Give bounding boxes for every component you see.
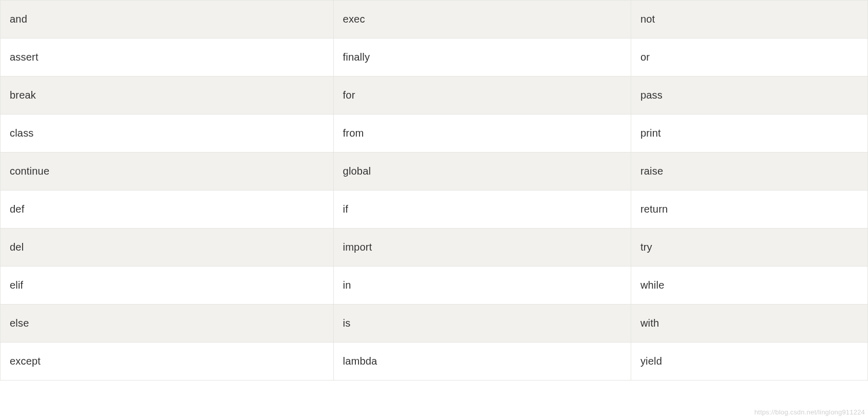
table-cell: return — [631, 191, 867, 229]
table-cell: try — [631, 229, 867, 267]
table-cell: if — [333, 191, 631, 229]
table-row: except lambda yield — [1, 343, 868, 381]
keywords-table: and exec not assert finally or break for… — [0, 0, 868, 381]
table-cell: else — [1, 305, 334, 343]
table-cell: is — [333, 305, 631, 343]
table-cell: continue — [1, 153, 334, 191]
table-cell: print — [631, 115, 867, 153]
table-cell: finally — [333, 39, 631, 77]
table-cell: for — [333, 77, 631, 115]
table-cell: or — [631, 39, 867, 77]
table-cell: not — [631, 1, 867, 39]
table-cell: import — [333, 229, 631, 267]
table-cell: assert — [1, 39, 334, 77]
table-cell: pass — [631, 77, 867, 115]
table-cell: break — [1, 77, 334, 115]
table-cell: in — [333, 267, 631, 305]
table-cell: with — [631, 305, 867, 343]
table-cell: global — [333, 153, 631, 191]
table-cell: from — [333, 115, 631, 153]
table-cell: while — [631, 267, 867, 305]
table-cell: exec — [333, 1, 631, 39]
table-body: and exec not assert finally or break for… — [1, 1, 868, 381]
table-row: del import try — [1, 229, 868, 267]
table-cell: def — [1, 191, 334, 229]
table-cell: and — [1, 1, 334, 39]
table-row: and exec not — [1, 1, 868, 39]
keywords-table-wrapper: and exec not assert finally or break for… — [0, 0, 868, 381]
table-cell: del — [1, 229, 334, 267]
table-row: continue global raise — [1, 153, 868, 191]
table-cell: elif — [1, 267, 334, 305]
table-row: break for pass — [1, 77, 868, 115]
table-row: assert finally or — [1, 39, 868, 77]
table-cell: yield — [631, 343, 867, 381]
table-cell: except — [1, 343, 334, 381]
table-row: elif in while — [1, 267, 868, 305]
table-cell: lambda — [333, 343, 631, 381]
table-cell: raise — [631, 153, 867, 191]
table-row: else is with — [1, 305, 868, 343]
table-cell: class — [1, 115, 334, 153]
table-row: def if return — [1, 191, 868, 229]
watermark-text: https://blog.csdn.net/linglong911224 — [754, 408, 865, 416]
table-row: class from print — [1, 115, 868, 153]
